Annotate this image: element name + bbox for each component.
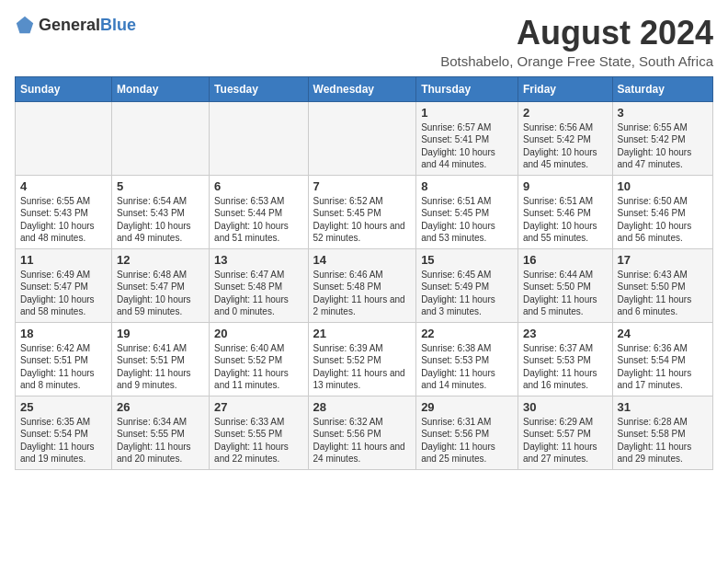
calendar-body: 1Sunrise: 6:57 AMSunset: 5:41 PMDaylight… bbox=[16, 101, 713, 469]
cell-date-number: 22 bbox=[421, 327, 513, 340]
cell-date-number: 14 bbox=[313, 253, 412, 267]
cell-info: Sunrise: 6:41 AMSunset: 5:51 PMDaylight:… bbox=[117, 342, 204, 392]
cell-date-number: 11 bbox=[20, 253, 107, 267]
cell-date-number: 4 bbox=[20, 179, 107, 193]
calendar-header: SundayMondayTuesdayWednesdayThursdayFrid… bbox=[16, 76, 713, 101]
cell-info: Sunrise: 6:57 AMSunset: 5:41 PMDaylight:… bbox=[421, 121, 513, 171]
cell-info: Sunrise: 6:34 AMSunset: 5:55 PMDaylight:… bbox=[117, 416, 204, 465]
day-header-tuesday: Tuesday bbox=[210, 76, 308, 101]
cell-info: Sunrise: 6:42 AMSunset: 5:51 PMDaylight:… bbox=[20, 342, 107, 392]
main-title: August 2024 bbox=[440, 15, 713, 52]
cell-info: Sunrise: 6:51 AMSunset: 5:46 PMDaylight:… bbox=[523, 195, 608, 245]
cell-date-number: 7 bbox=[313, 179, 412, 193]
week-row-2: 4Sunrise: 6:55 AMSunset: 5:43 PMDaylight… bbox=[16, 175, 713, 248]
day-header-monday: Monday bbox=[112, 76, 210, 101]
calendar-cell: 15Sunrise: 6:45 AMSunset: 5:49 PMDayligh… bbox=[416, 248, 518, 322]
cell-info: Sunrise: 6:33 AMSunset: 5:55 PMDaylight:… bbox=[214, 416, 302, 465]
calendar-cell: 13Sunrise: 6:47 AMSunset: 5:48 PMDayligh… bbox=[210, 248, 308, 322]
calendar-cell: 24Sunrise: 6:36 AMSunset: 5:54 PMDayligh… bbox=[612, 322, 712, 396]
week-row-3: 11Sunrise: 6:49 AMSunset: 5:47 PMDayligh… bbox=[16, 248, 713, 322]
cell-date-number: 24 bbox=[618, 327, 708, 340]
cell-date-number: 21 bbox=[313, 327, 412, 340]
calendar-cell: 26Sunrise: 6:34 AMSunset: 5:55 PMDayligh… bbox=[112, 396, 210, 469]
cell-date-number: 31 bbox=[618, 400, 708, 414]
cell-info: Sunrise: 6:55 AMSunset: 5:43 PMDaylight:… bbox=[20, 195, 107, 245]
week-row-5: 25Sunrise: 6:35 AMSunset: 5:54 PMDayligh… bbox=[16, 396, 713, 469]
cell-date-number: 10 bbox=[618, 179, 708, 193]
calendar-table: SundayMondayTuesdayWednesdayThursdayFrid… bbox=[15, 76, 713, 470]
cell-date-number: 5 bbox=[117, 179, 204, 193]
cell-date-number: 26 bbox=[117, 400, 204, 414]
cell-info: Sunrise: 6:55 AMSunset: 5:42 PMDaylight:… bbox=[618, 121, 708, 171]
calendar-cell: 22Sunrise: 6:38 AMSunset: 5:53 PMDayligh… bbox=[416, 322, 518, 396]
calendar-cell bbox=[112, 101, 210, 175]
calendar-cell: 7Sunrise: 6:52 AMSunset: 5:45 PMDaylight… bbox=[308, 175, 416, 248]
cell-date-number: 16 bbox=[523, 253, 608, 267]
svg-marker-0 bbox=[17, 17, 33, 33]
calendar-cell: 19Sunrise: 6:41 AMSunset: 5:51 PMDayligh… bbox=[112, 322, 210, 396]
cell-info: Sunrise: 6:49 AMSunset: 5:47 PMDaylight:… bbox=[20, 269, 107, 318]
subtitle: Botshabelo, Orange Free State, South Afr… bbox=[440, 53, 713, 69]
logo-blue: Blue bbox=[100, 16, 136, 34]
cell-info: Sunrise: 6:53 AMSunset: 5:44 PMDaylight:… bbox=[214, 195, 302, 245]
cell-date-number: 29 bbox=[421, 400, 513, 414]
cell-info: Sunrise: 6:35 AMSunset: 5:54 PMDaylight:… bbox=[20, 416, 107, 465]
week-row-4: 18Sunrise: 6:42 AMSunset: 5:51 PMDayligh… bbox=[16, 322, 713, 396]
day-header-thursday: Thursday bbox=[416, 76, 518, 101]
cell-date-number: 28 bbox=[313, 400, 412, 414]
logo: GeneralBlue bbox=[15, 15, 136, 35]
cell-info: Sunrise: 6:38 AMSunset: 5:53 PMDaylight:… bbox=[421, 342, 513, 392]
calendar-cell: 10Sunrise: 6:50 AMSunset: 5:46 PMDayligh… bbox=[612, 175, 712, 248]
cell-date-number: 12 bbox=[117, 253, 204, 267]
cell-date-number: 20 bbox=[214, 327, 302, 340]
cell-info: Sunrise: 6:37 AMSunset: 5:53 PMDaylight:… bbox=[523, 342, 608, 392]
cell-info: Sunrise: 6:39 AMSunset: 5:52 PMDaylight:… bbox=[313, 342, 412, 392]
logo-text: GeneralBlue bbox=[39, 16, 136, 35]
header: GeneralBlue August 2024 Botshabelo, Oran… bbox=[15, 15, 713, 69]
cell-date-number: 15 bbox=[421, 253, 513, 267]
cell-info: Sunrise: 6:46 AMSunset: 5:48 PMDaylight:… bbox=[313, 269, 412, 318]
cell-date-number: 18 bbox=[20, 327, 107, 340]
cell-info: Sunrise: 6:48 AMSunset: 5:47 PMDaylight:… bbox=[117, 269, 204, 318]
day-header-sunday: Sunday bbox=[16, 76, 112, 101]
logo-general: General bbox=[39, 16, 100, 34]
cell-date-number: 13 bbox=[214, 253, 302, 267]
calendar-cell: 16Sunrise: 6:44 AMSunset: 5:50 PMDayligh… bbox=[518, 248, 612, 322]
calendar-cell: 20Sunrise: 6:40 AMSunset: 5:52 PMDayligh… bbox=[210, 322, 308, 396]
calendar-cell bbox=[16, 101, 112, 175]
day-header-friday: Friday bbox=[518, 76, 612, 101]
calendar-cell: 18Sunrise: 6:42 AMSunset: 5:51 PMDayligh… bbox=[16, 322, 112, 396]
logo-icon bbox=[15, 15, 35, 35]
calendar-cell bbox=[308, 101, 416, 175]
calendar-cell: 4Sunrise: 6:55 AMSunset: 5:43 PMDaylight… bbox=[16, 175, 112, 248]
calendar-cell: 27Sunrise: 6:33 AMSunset: 5:55 PMDayligh… bbox=[210, 396, 308, 469]
calendar-cell: 1Sunrise: 6:57 AMSunset: 5:41 PMDaylight… bbox=[416, 101, 518, 175]
cell-info: Sunrise: 6:31 AMSunset: 5:56 PMDaylight:… bbox=[421, 416, 513, 465]
cell-date-number: 6 bbox=[214, 179, 302, 193]
calendar-cell: 11Sunrise: 6:49 AMSunset: 5:47 PMDayligh… bbox=[16, 248, 112, 322]
cell-info: Sunrise: 6:52 AMSunset: 5:45 PMDaylight:… bbox=[313, 195, 412, 245]
calendar-cell: 29Sunrise: 6:31 AMSunset: 5:56 PMDayligh… bbox=[416, 396, 518, 469]
calendar-cell: 9Sunrise: 6:51 AMSunset: 5:46 PMDaylight… bbox=[518, 175, 612, 248]
cell-info: Sunrise: 6:29 AMSunset: 5:57 PMDaylight:… bbox=[523, 416, 608, 465]
calendar-cell: 23Sunrise: 6:37 AMSunset: 5:53 PMDayligh… bbox=[518, 322, 612, 396]
calendar-cell: 25Sunrise: 6:35 AMSunset: 5:54 PMDayligh… bbox=[16, 396, 112, 469]
cell-date-number: 30 bbox=[523, 400, 608, 414]
cell-info: Sunrise: 6:44 AMSunset: 5:50 PMDaylight:… bbox=[523, 269, 608, 318]
cell-info: Sunrise: 6:28 AMSunset: 5:58 PMDaylight:… bbox=[618, 416, 708, 465]
cell-info: Sunrise: 6:40 AMSunset: 5:52 PMDaylight:… bbox=[214, 342, 302, 392]
cell-date-number: 17 bbox=[618, 253, 708, 267]
cell-info: Sunrise: 6:50 AMSunset: 5:46 PMDaylight:… bbox=[618, 195, 708, 245]
calendar-cell bbox=[210, 101, 308, 175]
day-header-saturday: Saturday bbox=[612, 76, 712, 101]
cell-info: Sunrise: 6:54 AMSunset: 5:43 PMDaylight:… bbox=[117, 195, 204, 245]
cell-info: Sunrise: 6:36 AMSunset: 5:54 PMDaylight:… bbox=[618, 342, 708, 392]
cell-info: Sunrise: 6:56 AMSunset: 5:42 PMDaylight:… bbox=[523, 121, 608, 171]
calendar-cell: 3Sunrise: 6:55 AMSunset: 5:42 PMDaylight… bbox=[612, 101, 712, 175]
cell-date-number: 23 bbox=[523, 327, 608, 340]
cell-date-number: 19 bbox=[117, 327, 204, 340]
day-header-wednesday: Wednesday bbox=[308, 76, 416, 101]
calendar-cell: 6Sunrise: 6:53 AMSunset: 5:44 PMDaylight… bbox=[210, 175, 308, 248]
cell-date-number: 3 bbox=[618, 106, 708, 120]
calendar-cell: 17Sunrise: 6:43 AMSunset: 5:50 PMDayligh… bbox=[612, 248, 712, 322]
